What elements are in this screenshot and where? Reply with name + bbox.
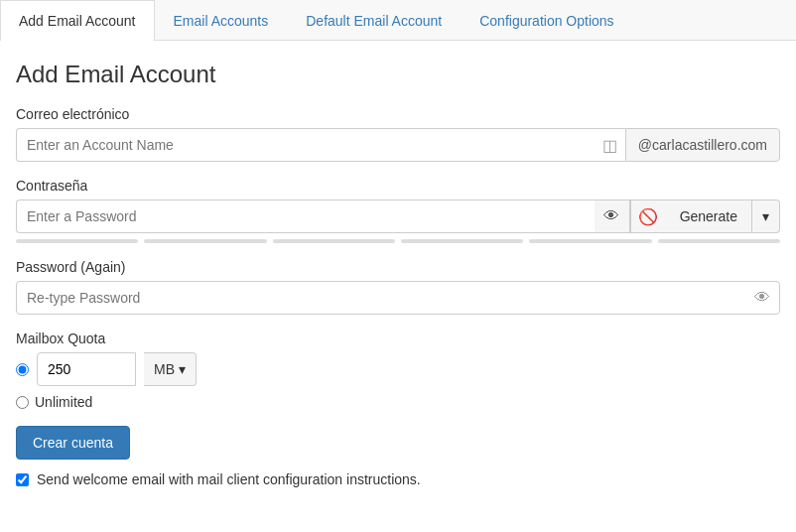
- eye-icon: 👁: [603, 207, 619, 225]
- main-content: Add Email Account Correo electrónico ◫ @…: [0, 41, 796, 507]
- strength-segment-4: [401, 239, 523, 243]
- tab-add-email-account[interactable]: Add Email Account: [0, 0, 155, 41]
- welcome-email-row: Send welcome email with mail client conf…: [16, 471, 780, 487]
- quota-unit-chevron-icon: ▾: [179, 361, 186, 377]
- generate-dropdown-button[interactable]: ▾: [752, 200, 780, 233]
- password-again-field-group: Password (Again) 👁: [16, 259, 780, 315]
- welcome-email-label: Send welcome email with mail client conf…: [37, 471, 421, 487]
- unlimited-radio[interactable]: [16, 396, 29, 409]
- password-again-label: Password (Again): [16, 259, 780, 275]
- strength-segment-2: [144, 239, 266, 243]
- password-again-wrap: 👁: [16, 281, 780, 315]
- generate-button[interactable]: Generate: [666, 200, 752, 233]
- eye-slash-icon: 🚫: [638, 207, 658, 226]
- quota-unit-button[interactable]: MB ▾: [144, 352, 197, 386]
- email-field-group: Correo electrónico ◫ @carlacastillero.co…: [16, 106, 780, 162]
- password-input-wrap: [16, 200, 595, 233]
- password-strength-bar: [16, 239, 780, 243]
- chevron-down-icon: ▾: [762, 208, 769, 224]
- strength-segment-6: [658, 239, 780, 243]
- email-icon: ◫: [602, 136, 617, 155]
- email-input[interactable]: [16, 128, 625, 162]
- strength-segment-3: [273, 239, 395, 243]
- password-field-group: Contraseña 👁 🚫 Generate ▾: [16, 178, 780, 243]
- unlimited-row: Unlimited: [16, 394, 780, 410]
- quota-input-row: MB ▾: [16, 352, 780, 386]
- email-domain: @carlacastillero.com: [625, 128, 780, 162]
- quota-field-group: Mailbox Quota MB ▾ Unlimited: [16, 331, 780, 410]
- quota-value-input[interactable]: [37, 352, 136, 386]
- create-account-button[interactable]: Crear cuenta: [16, 426, 130, 460]
- quota-unit-label: MB: [154, 361, 175, 377]
- tab-email-accounts[interactable]: Email Accounts: [155, 0, 288, 41]
- password-again-input[interactable]: [16, 281, 780, 315]
- show-password-button[interactable]: 👁: [595, 200, 630, 233]
- unlimited-label: Unlimited: [35, 394, 92, 410]
- tab-configuration-options[interactable]: Configuration Options: [461, 0, 632, 41]
- hide-password-button[interactable]: 🚫: [630, 200, 666, 233]
- strength-segment-1: [16, 239, 138, 243]
- email-label: Correo electrónico: [16, 106, 780, 122]
- password-label: Contraseña: [16, 178, 780, 194]
- quota-label: Mailbox Quota: [16, 331, 780, 346]
- page-title: Add Email Account: [16, 61, 780, 88]
- quota-radio[interactable]: [16, 363, 29, 376]
- tab-default-email-account[interactable]: Default Email Account: [287, 0, 461, 41]
- password-again-icon: 👁: [754, 289, 770, 307]
- password-input[interactable]: [16, 200, 595, 233]
- tabs-bar: Add Email Account Email Accounts Default…: [0, 0, 796, 41]
- email-input-wrap: ◫: [16, 128, 625, 162]
- strength-segment-5: [529, 239, 651, 243]
- welcome-email-checkbox[interactable]: [16, 473, 29, 486]
- email-input-row: ◫ @carlacastillero.com: [16, 128, 780, 162]
- password-input-row: 👁 🚫 Generate ▾: [16, 200, 780, 233]
